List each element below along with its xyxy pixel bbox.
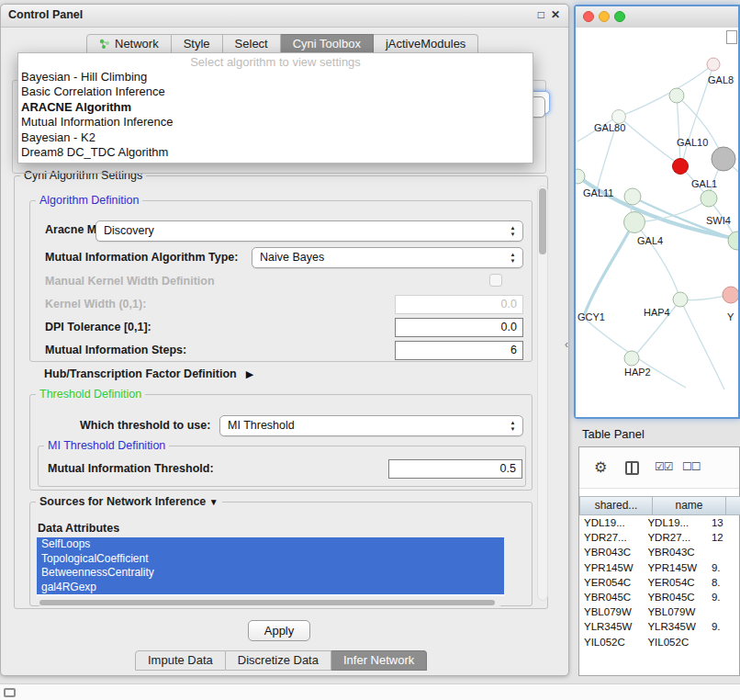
network-edge[interactable] <box>635 223 679 297</box>
tab-jactivemodules[interactable]: jActiveModules <box>374 34 478 54</box>
network-node[interactable] <box>673 292 688 307</box>
data-attributes-list[interactable]: SelfLoopsTopologicalCoefficientBetweenne… <box>37 537 504 596</box>
attribute-list-item[interactable]: gal4RGexp <box>37 581 504 595</box>
table-row[interactable]: YDL19...YDL19...13 <box>579 515 739 530</box>
bottom-tabs: Impute Data Discretize Data Infer Networ… <box>135 650 427 671</box>
algorithm-dropdown-popup: Select algorithm to view settings Bayesi… <box>17 52 533 164</box>
table-row[interactable]: YDR27...YDR27...12 <box>579 530 739 545</box>
table-cell: 13 <box>707 515 739 530</box>
network-edge[interactable] <box>677 96 680 164</box>
table-cell: YBR045C <box>643 590 706 604</box>
algorithm-option[interactable]: Dream8 DC_TDC Algorithm <box>18 145 533 160</box>
minimize-traffic-light[interactable] <box>599 11 610 22</box>
node-label: GAL80 <box>594 122 625 133</box>
table-toolbar: ⚙ ☑☑ ☐☐ <box>579 447 739 489</box>
table-cell: YPR145W <box>579 560 643 575</box>
network-node[interactable] <box>707 58 720 71</box>
table-row[interactable]: YBR045CYBR045C9. <box>579 590 739 604</box>
network-edge[interactable] <box>681 301 724 390</box>
algorithm-option[interactable]: Bayesian - K2 <box>18 130 533 145</box>
table-row[interactable]: YBR043CYBR043C <box>579 545 739 559</box>
tab-cyni-toolbox[interactable]: Cyni Toolbox <box>281 34 374 54</box>
settings-scrollbar[interactable] <box>537 186 548 601</box>
select-all-checkboxes-icon[interactable]: ☑☑ <box>655 460 673 473</box>
node-label: SWI4 <box>706 215 731 226</box>
which-threshold-select[interactable]: MI Threshold ▲▼ <box>219 415 523 436</box>
tab-style[interactable]: Style <box>172 34 223 54</box>
float-window-icon[interactable]: □ <box>538 8 544 21</box>
cyni-algorithm-settings-group: Cyni Algorithm Settings Algorithm Defini… <box>14 175 548 609</box>
zoom-traffic-light[interactable] <box>614 11 625 22</box>
desktop: { "colors": { "accent_blue": "#2f2fd0", … <box>0 0 740 700</box>
table-cell: YLR345W <box>643 619 706 634</box>
table-panel-window: ⚙ ☑☑ ☐☐ shared...name YDL19...YDL19...13… <box>578 446 740 676</box>
network-node[interactable] <box>669 88 684 103</box>
data-attributes-label: Data Attributes <box>38 521 119 536</box>
table-cell: YBR043C <box>579 545 643 559</box>
network-node[interactable] <box>624 212 645 233</box>
dpi-tolerance-input[interactable]: 0.0 <box>395 318 523 337</box>
manual-kernel-width-checkbox[interactable] <box>489 274 502 287</box>
table-row[interactable]: YLR345WYLR345W9. <box>579 619 739 634</box>
aracne-mode-select[interactable]: Discovery ▲▼ <box>95 220 523 242</box>
tab-select[interactable]: Select <box>223 34 281 54</box>
algorithm-definition-group: Algorithm Definition Aracne Mode: Discov… <box>29 200 533 362</box>
mi-algorithm-type-select[interactable]: Naive Bayes ▲▼ <box>252 247 523 268</box>
attribute-list-item[interactable]: BetweennessCentrality <box>37 566 504 581</box>
sources-expander[interactable]: Sources for Network Inference ▼ <box>36 495 222 508</box>
network-node[interactable] <box>723 287 738 303</box>
attribute-list-item[interactable]: TopologicalCoefficient <box>37 552 504 567</box>
table-row[interactable]: YER054CYER054C8. <box>579 575 739 590</box>
deselect-all-checkboxes-icon[interactable]: ☐☐ <box>682 460 701 473</box>
scrollbar-button[interactable] <box>726 30 737 44</box>
network-window-titlebar[interactable] <box>576 6 738 28</box>
kernel-width-input[interactable]: 0.0 <box>395 295 523 314</box>
tab-impute-data[interactable]: Impute Data <box>135 650 226 671</box>
node-label: GAL11 <box>583 187 613 198</box>
algorithm-option[interactable]: Bayesian - Hill Climbing <box>18 70 533 85</box>
mi-threshold-input[interactable]: 0.5 <box>388 459 522 479</box>
tab-network[interactable]: Network <box>86 34 172 54</box>
network-edge[interactable] <box>619 117 678 164</box>
attributes-hscrollbar[interactable] <box>38 599 502 606</box>
scrollbar-thumb[interactable] <box>539 188 546 254</box>
algorithm-option[interactable]: Mutual Information Inference <box>18 115 533 130</box>
network-node[interactable] <box>673 159 689 175</box>
panel-toggle-icon[interactable] <box>4 688 16 697</box>
network-node[interactable] <box>712 147 735 171</box>
gear-icon[interactable]: ⚙ <box>594 458 607 476</box>
algorithm-option[interactable]: Basic Correlation Inference <box>18 85 533 99</box>
tab-infer-network[interactable]: Infer Network <box>331 650 427 671</box>
algorithm-option-list: Bayesian - Hill ClimbingBasic Correlatio… <box>18 70 533 160</box>
mi-steps-input[interactable]: 6 <box>395 341 523 360</box>
panel-resize-handle[interactable]: ‹ <box>565 338 568 351</box>
network-node[interactable] <box>624 351 639 366</box>
network-node[interactable] <box>624 188 641 205</box>
hub-factor-expander[interactable]: Hub/Transcription Factor Definition ▶ <box>44 367 253 381</box>
table-row[interactable]: YBL079WYBL079W <box>579 604 739 619</box>
close-icon[interactable]: ✕ <box>551 8 560 21</box>
hub-factor-label: Hub/Transcription Factor Definition <box>44 367 237 381</box>
tab-discretize-data[interactable]: Discretize Data <box>226 650 331 671</box>
control-panel-titlebar[interactable]: Control Panel □ ✕ <box>1 5 568 28</box>
table-row[interactable]: YIL052CYIL052C <box>579 635 739 649</box>
table-row[interactable]: YPR145WYPR145W9. <box>579 560 739 575</box>
attribute-list-item[interactable]: SelfLoops <box>37 537 504 552</box>
column-header[interactable]: name <box>653 496 726 515</box>
column-header[interactable] <box>726 496 740 515</box>
columns-icon[interactable] <box>625 461 639 475</box>
algorithm-option[interactable]: ARACNE Algorithm <box>18 100 533 115</box>
apply-button[interactable]: Apply <box>248 620 310 641</box>
network-node[interactable] <box>728 231 738 250</box>
network-edge[interactable] <box>584 223 633 316</box>
table-cell: YBL079W <box>643 604 706 619</box>
node-label: GAL10 <box>677 137 708 148</box>
close-traffic-light[interactable] <box>583 11 594 22</box>
column-header[interactable]: shared... <box>579 496 653 515</box>
node-label: HAP4 <box>644 307 670 318</box>
group-title: Threshold Definition <box>36 388 145 401</box>
network-canvas[interactable]: GAL8GAL80GAL10GAL11GAL1SWI4GAL4GCY1HAP4Y… <box>576 28 738 417</box>
threshold-definition-group: Threshold Definition Which threshold to … <box>29 394 533 491</box>
network-node[interactable] <box>701 190 717 207</box>
scrollbar-thumb[interactable] <box>39 600 495 605</box>
